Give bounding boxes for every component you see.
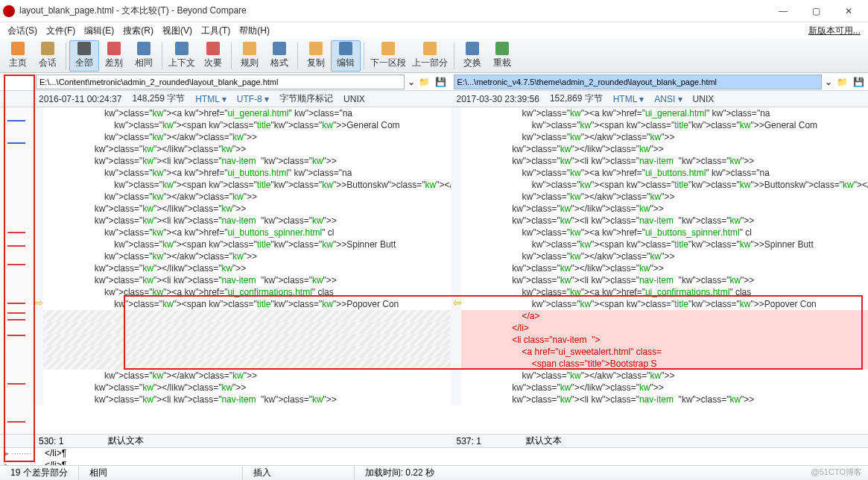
close-button[interactable]: ✕ bbox=[832, 1, 865, 22]
menu-help[interactable]: 帮助(H) bbox=[235, 23, 274, 39]
menu-view[interactable]: 视图(V) bbox=[158, 23, 197, 39]
menu-session[interactable]: 会话(S) bbox=[3, 23, 42, 39]
dropdown-icon[interactable]: ⌄ bbox=[408, 77, 415, 87]
toolbar-会话[interactable]: 会话 bbox=[33, 40, 63, 72]
toolbar-下一区段[interactable]: 下一区段 bbox=[367, 40, 409, 72]
toolbar: 主页会话全部差别相同上下文次要规则格式复制编辑下一区段上一部分交换重載 bbox=[0, 39, 868, 73]
toolbar-上一部分[interactable]: 上一部分 bbox=[409, 40, 451, 72]
left-encoding[interactable]: UTF-8 ▾ bbox=[237, 94, 269, 104]
left-path-input[interactable] bbox=[36, 75, 405, 89]
left-size: 148,259 字节 bbox=[132, 92, 185, 105]
right-panel: kw">class="kw"><a kw">href="ui_general.h… bbox=[451, 107, 869, 434]
left-cursor-pos: 530: 1 bbox=[39, 436, 63, 446]
left-date: 2016-07-11 00:24:37 bbox=[39, 94, 121, 104]
right-size: 152,869 字节 bbox=[550, 92, 603, 105]
toolbar-次要[interactable]: 次要 bbox=[198, 40, 228, 72]
thumbnail-view[interactable] bbox=[0, 107, 33, 434]
toolbar-上下文[interactable]: 上下文 bbox=[165, 40, 198, 72]
merge-line: </li>¶ bbox=[45, 448, 66, 460]
right-cursor-pos: 537: 1 bbox=[457, 436, 481, 446]
toolbar-规则[interactable]: 规则 bbox=[235, 40, 264, 72]
right-path-input[interactable] bbox=[454, 75, 823, 89]
toolbar-格式[interactable]: 格式 bbox=[264, 40, 294, 72]
minimize-button[interactable]: — bbox=[767, 1, 799, 22]
menu-edit[interactable]: 编辑(E) bbox=[80, 23, 118, 39]
right-type[interactable]: HTML ▾ bbox=[613, 94, 644, 104]
watermark: @51CTO博客 bbox=[811, 467, 862, 478]
position-bar: 530: 1 默认文本 537: 1 默认文本 bbox=[0, 434, 868, 447]
dropdown-icon[interactable]: ⌄ bbox=[825, 77, 832, 87]
new-version-link[interactable]: 新版本可用... bbox=[804, 23, 865, 39]
right-code-view[interactable]: kw">class="kw"><a kw">href="ui_general.h… bbox=[451, 107, 869, 434]
menu-search[interactable]: 搜索(R) bbox=[118, 23, 158, 39]
toolbar-差别[interactable]: 差别 bbox=[99, 40, 129, 72]
menubar: 会话(S) 文件(F) 编辑(E) 搜索(R) 视图(V) 工具(T) 帮助(H… bbox=[0, 22, 868, 39]
diff-arrow-left-icon[interactable]: ⇦ bbox=[453, 297, 462, 309]
save-icon[interactable]: 💾 bbox=[852, 75, 865, 89]
window-title: layout_blank_page.html - 文本比较(T) - Beyon… bbox=[19, 4, 767, 17]
diff-arrow-right-icon[interactable]: ⇨ bbox=[34, 297, 43, 309]
menu-file[interactable]: 文件(F) bbox=[42, 23, 80, 39]
right-encoding[interactable]: ANSI ▾ bbox=[654, 94, 682, 104]
left-code-view[interactable]: kw">class="kw"><a kw">href="ui_general.h… bbox=[33, 107, 451, 434]
app-logo bbox=[3, 5, 15, 17]
toolbar-重載[interactable]: 重載 bbox=[487, 40, 517, 72]
info-bar: 2016-07-11 00:24:37 148,259 字节 HTML ▾ UT… bbox=[0, 91, 868, 107]
status-diff-count: 19 个差异部分 bbox=[0, 466, 79, 480]
toolbar-相同[interactable]: 相同 bbox=[129, 40, 159, 72]
open-folder-icon[interactable]: 📁 bbox=[835, 75, 849, 89]
toolbar-交换[interactable]: 交换 bbox=[457, 40, 487, 72]
statusbar: 19 个差异部分 相同 插入 加载时间: 0.22 秒 bbox=[0, 465, 868, 480]
right-text-type: 默认文本 bbox=[526, 435, 562, 447]
status-loadtime: 加载时间: 0.22 秒 bbox=[355, 466, 868, 480]
status-same: 相同 bbox=[79, 466, 243, 480]
open-folder-icon[interactable]: 📁 bbox=[418, 75, 431, 89]
path-bar: ⌄ 📁 💾 ⌄ 📁 💾 bbox=[0, 73, 868, 91]
toolbar-主页[interactable]: 主页 bbox=[3, 40, 33, 72]
maximize-button[interactable]: ▢ bbox=[799, 1, 832, 22]
menu-tools[interactable]: 工具(T) bbox=[197, 23, 235, 39]
status-mode: 插入 bbox=[243, 466, 355, 480]
left-os: UNIX bbox=[343, 94, 365, 104]
right-os: UNIX bbox=[693, 94, 715, 104]
right-date: 2017-03-30 23:39:56 bbox=[457, 94, 539, 104]
left-type[interactable]: HTML ▾ bbox=[195, 94, 226, 104]
left-bom: 字节顺序标记 bbox=[279, 92, 333, 105]
toolbar-复制[interactable]: 复制 bbox=[301, 40, 331, 72]
toolbar-全部[interactable]: 全部 bbox=[69, 40, 99, 72]
left-panel: kw">class="kw"><a kw">href="ui_general.h… bbox=[33, 107, 451, 434]
left-text-type: 默认文本 bbox=[108, 435, 144, 447]
save-icon[interactable]: 💾 bbox=[434, 75, 448, 89]
toolbar-编辑[interactable]: 编辑 bbox=[331, 40, 361, 72]
